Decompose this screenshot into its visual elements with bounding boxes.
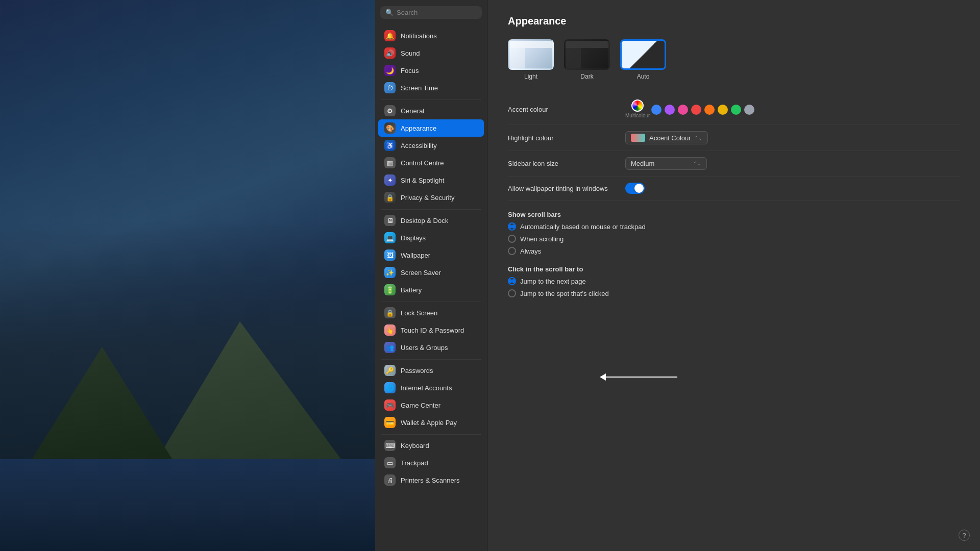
sidebar-item-printers[interactable]: 🖨 Printers & Scanners [378, 471, 484, 489]
accent-circle-pink[interactable] [678, 105, 688, 115]
accent-circle-blue[interactable] [651, 105, 662, 115]
sidebar-item-general[interactable]: ⚙ General [378, 102, 484, 119]
sidebar-item-siri[interactable]: ✦ Siri & Spotlight [378, 171, 484, 189]
mode-option-auto[interactable]: Auto [620, 39, 666, 80]
sidebar-item-lockscreen[interactable]: 🔒 Lock Screen [378, 304, 484, 321]
scrollbars-auto-radio[interactable] [508, 222, 516, 231]
mode-auto-label: Auto [637, 73, 650, 80]
accent-circle-graphite[interactable] [744, 105, 754, 115]
sound-icon: 🔊 [384, 47, 396, 59]
sidebar-divider [381, 302, 481, 302]
sidebar-item-label: General [401, 107, 424, 115]
sidebar-item-screensaver[interactable]: ✨ Screen Saver [378, 264, 484, 281]
touchid-icon: 👆 [384, 324, 396, 336]
click-nextpage-option[interactable]: Jump to the next page [508, 277, 960, 285]
sidebar-item-focus[interactable]: 🌙 Focus [378, 62, 484, 79]
sidebar-divider [381, 209, 481, 210]
wallpaper-tinting-toggle[interactable] [625, 183, 645, 194]
sidebar-item-label: Screen Saver [401, 269, 441, 277]
sidebar-item-internet[interactable]: 🌐 Internet Accounts [378, 379, 484, 396]
scrollbars-always-option[interactable]: Always [508, 247, 960, 255]
arrow-head [600, 373, 606, 381]
mode-light-label: Light [524, 73, 537, 80]
scrollbars-auto-option[interactable]: Automatically based on mouse or trackpad [508, 222, 960, 231]
sidebar-item-label: Siri & Spotlight [401, 177, 444, 184]
sidebar-item-privacy[interactable]: 🔒 Privacy & Security [378, 189, 484, 206]
click-nextpage-radio[interactable] [508, 277, 516, 285]
wallpaper-tinting-row: Allow wallpaper tinting in windows [508, 177, 960, 201]
screentime-icon: ⏱ [384, 82, 396, 93]
mode-option-light[interactable]: Light [508, 39, 554, 80]
sidebar-item-keyboard[interactable]: ⌨ Keyboard [378, 437, 484, 454]
sidebar-item-label: Accessibility [401, 142, 437, 149]
search-bar[interactable]: 🔍 [375, 0, 487, 25]
help-button[interactable]: ? [959, 530, 970, 541]
sidebar-section-top: 🔔 Notifications 🔊 Sound 🌙 Focus ⏱ Screen… [375, 27, 487, 96]
sidebar-item-trackpad[interactable]: ▭ Trackpad [378, 454, 484, 471]
accent-colour-label: Accent colour [508, 106, 625, 113]
highlight-color-swatch [631, 134, 645, 142]
accent-circle-orange[interactable] [704, 105, 715, 115]
sidebar-item-wallet[interactable]: 💳 Wallet & Apple Pay [378, 414, 484, 431]
mode-auto-preview [620, 39, 666, 70]
sidebar-item-desktop[interactable]: 🖥 Desktop & Dock [378, 212, 484, 229]
sidebar-item-label: Wallpaper [401, 252, 430, 259]
sidebar-item-label: Control Centre [401, 159, 444, 167]
accessibility-icon: ♿ [384, 140, 396, 151]
sidebar: 🔍 🔔 Notifications 🔊 Sound 🌙 Focus [375, 0, 487, 551]
sidebar-item-label: Screen Time [401, 84, 438, 92]
wallpaper-tinting-control [625, 183, 960, 194]
click-spot-label: Jump to the spot that's clicked [520, 290, 609, 297]
scrollbars-always-radio[interactable] [508, 247, 516, 255]
privacy-icon: 🔒 [384, 192, 396, 203]
sidebar-section-mid2: 🖥 Desktop & Dock 💻 Displays 🖼 Wallpaper … [375, 212, 487, 298]
sidebar-icon-size-control: Medium ⌃⌄ [625, 157, 960, 170]
sidebar-item-battery[interactable]: 🔋 Battery [378, 281, 484, 298]
mode-option-dark[interactable]: Dark [564, 39, 610, 80]
sidebar-item-label: Printers & Scanners [401, 477, 460, 484]
click-spot-radio[interactable] [508, 289, 516, 297]
accent-circle-green[interactable] [731, 105, 741, 115]
sidebar-item-appearance[interactable]: 🎨 Appearance [378, 119, 484, 137]
sidebar-item-notifications[interactable]: 🔔 Notifications [378, 27, 484, 44]
search-input[interactable] [397, 9, 477, 16]
highlight-colour-dropdown[interactable]: Accent Colour ⌃⌄ [625, 131, 708, 144]
appearance-icon: 🎨 [384, 122, 396, 134]
sidebar-item-accessibility[interactable]: ♿ Accessibility [378, 137, 484, 154]
sidebar-item-sound[interactable]: 🔊 Sound [378, 44, 484, 62]
sidebar-item-displays[interactable]: 💻 Displays [378, 229, 484, 246]
keyboard-icon: ⌨ [384, 440, 396, 451]
sidebar-divider [381, 434, 481, 435]
chevron-down-icon: ⌃⌄ [694, 135, 702, 141]
sidebar-icon-size-dropdown[interactable]: Medium ⌃⌄ [625, 157, 707, 170]
sidebar-item-gamecenter[interactable]: 🎮 Game Center [378, 396, 484, 414]
users-icon: 👥 [384, 342, 396, 353]
sidebar-divider [381, 99, 481, 100]
sidebar-item-touchid[interactable]: 👆 Touch ID & Password [378, 321, 484, 339]
accent-circle-purple[interactable] [665, 105, 675, 115]
sidebar-list: 🔔 Notifications 🔊 Sound 🌙 Focus ⏱ Screen… [375, 25, 487, 551]
sidebar-item-wallpaper[interactable]: 🖼 Wallpaper [378, 246, 484, 264]
sidebar-item-label: Notifications [401, 32, 437, 40]
scrollbars-scrolling-option[interactable]: When scrolling [508, 235, 960, 243]
highlight-colour-value: Accent Colour [649, 134, 691, 142]
accent-circle-yellow[interactable] [718, 105, 728, 115]
displays-icon: 💻 [384, 232, 396, 243]
scrollbars-radio-group: Automatically based on mouse or trackpad… [508, 222, 960, 255]
sidebar-item-label: Focus [401, 67, 419, 74]
sidebar-item-controlcentre[interactable]: ▦ Control Centre [378, 154, 484, 171]
click-scrollbar-title: Click in the scroll bar to [508, 265, 960, 273]
accent-circle-multicolor[interactable] [632, 101, 643, 111]
sidebar-item-users[interactable]: 👥 Users & Groups [378, 339, 484, 356]
scrollbars-scrolling-radio[interactable] [508, 235, 516, 243]
accent-circle-red[interactable] [691, 105, 701, 115]
sidebar-section-bot: 🔑 Passwords 🌐 Internet Accounts 🎮 Game C… [375, 362, 487, 431]
sidebar-item-screentime[interactable]: ⏱ Screen Time [378, 79, 484, 96]
highlight-colour-row: Highlight colour Accent Colour ⌃⌄ [508, 125, 960, 151]
internet-icon: 🌐 [384, 382, 396, 393]
arrow-line [606, 377, 677, 378]
click-spot-option[interactable]: Jump to the spot that's clicked [508, 289, 960, 297]
battery-icon: 🔋 [384, 284, 396, 295]
sidebar-item-passwords[interactable]: 🔑 Passwords [378, 362, 484, 379]
scrollbars-auto-label: Automatically based on mouse or trackpad [520, 223, 646, 231]
